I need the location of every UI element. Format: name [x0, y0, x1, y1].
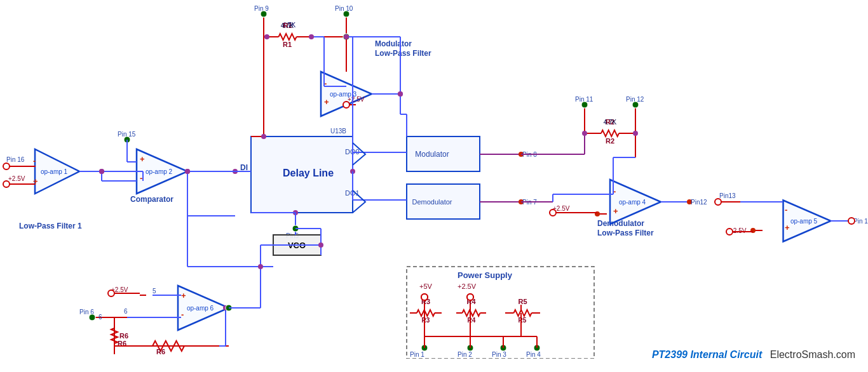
site-label: ElectroSmash.com — [770, 349, 855, 360]
brand-label: PT2399 Internal Circuit ElectroSmash.com — [647, 349, 855, 361]
pt2399-label: PT2399 Internal Circuit — [652, 349, 762, 360]
circuit-diagram — [0, 0, 868, 372]
